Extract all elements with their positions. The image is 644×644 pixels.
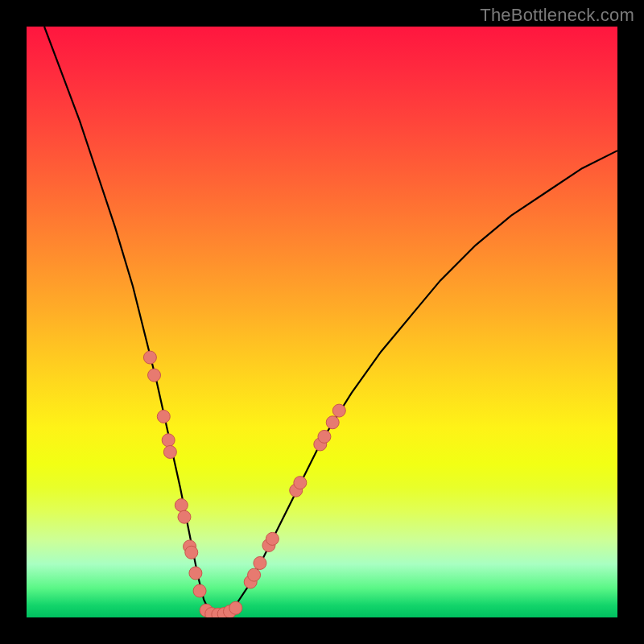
data-point (254, 556, 266, 569)
data-point (189, 567, 202, 580)
data-point (326, 416, 339, 429)
chart-svg (27, 27, 617, 617)
watermark-text: TheBottleneck.com (480, 5, 634, 26)
chart-plot-area (27, 27, 617, 617)
data-point (332, 404, 345, 417)
data-point (266, 532, 279, 545)
data-point (163, 445, 176, 458)
data-point (318, 430, 331, 443)
data-point (193, 584, 206, 597)
data-point (143, 351, 156, 364)
data-point (162, 434, 175, 447)
bottleneck-curve (44, 27, 617, 614)
data-point (229, 601, 242, 614)
data-points-group (143, 351, 345, 617)
data-point (294, 477, 307, 489)
data-point (148, 369, 161, 382)
data-point (178, 510, 191, 523)
data-point (157, 410, 170, 423)
data-point (185, 546, 198, 559)
data-point (175, 499, 188, 512)
chart-frame: TheBottleneck.com (0, 0, 644, 644)
data-point (248, 568, 261, 581)
